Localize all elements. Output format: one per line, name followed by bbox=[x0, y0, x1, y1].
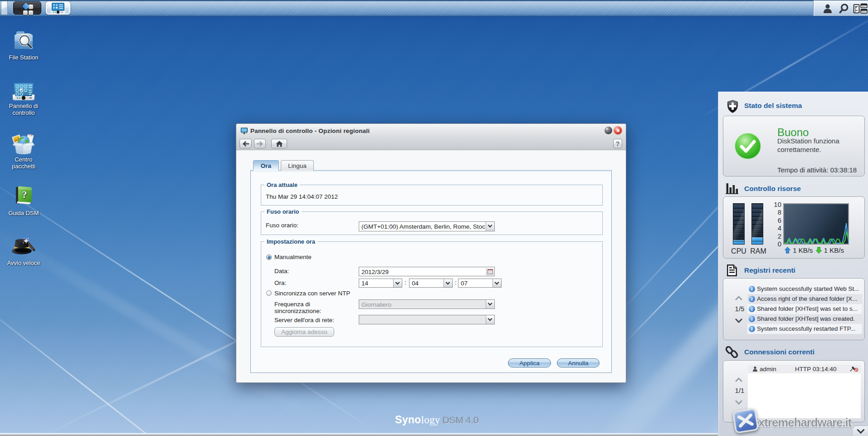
svg-text:?: ? bbox=[22, 189, 27, 200]
